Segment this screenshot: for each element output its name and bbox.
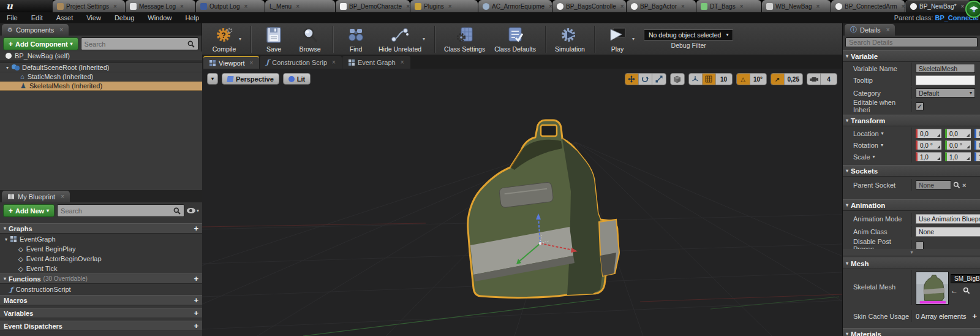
surface-snapping-button[interactable] (671, 74, 684, 85)
add-function-icon[interactable]: + (194, 274, 198, 283)
chevron-down-icon[interactable]: ▾ (873, 154, 875, 159)
close-icon[interactable]: × (59, 26, 63, 33)
socket-clear-icon[interactable]: × (962, 181, 966, 189)
chevron-down-icon[interactable]: ▾ (881, 142, 883, 148)
materials-section-header[interactable]: ▾ Materials (843, 328, 980, 336)
window-tab-bp-bagactor[interactable]: BP_BagActor× (627, 0, 696, 12)
tree-item-skeletalmesh-selected[interactable]: ♟ SkeletalMesh (Inherited) (0, 82, 202, 91)
viewport-canvas[interactable] (202, 69, 842, 336)
close-icon[interactable]: × (401, 59, 404, 66)
rotation-z-field[interactable]: 0,0 ° (974, 140, 980, 150)
construction-script-item[interactable]: ƒ ConstructionScript (0, 284, 202, 294)
close-icon[interactable]: × (740, 3, 744, 10)
hide-unrelated-button[interactable]: Hide Unrelated (379, 26, 421, 53)
window-tab-bp-bagscontroller[interactable]: BP_BagsControlle× (552, 0, 626, 12)
sockets-section-header[interactable]: ▾ Sockets (843, 165, 980, 177)
lit-mode-button[interactable]: Lit (283, 73, 311, 85)
tree-item-staticmesh[interactable]: ⌂ StaticMesh (Inherited) (0, 72, 202, 82)
rotation-snap-button[interactable]: △ (737, 74, 750, 85)
tooltip-field[interactable] (916, 75, 975, 85)
chevron-down-icon[interactable]: ▾ (239, 36, 241, 42)
menu-view[interactable]: View (80, 14, 108, 21)
tab-event-graph[interactable]: Event Graph × (342, 56, 410, 69)
window-tab-ac-armorequipment[interactable]: AC_ArmorEquipme× (478, 0, 552, 12)
collapse-icon[interactable]: ▾ (4, 276, 6, 281)
animation-mode-dropdown[interactable]: Use Animation Blueprint ▾ (916, 214, 980, 224)
debug-object-dropdown[interactable]: No debug object selected ▾ (644, 29, 734, 40)
window-tab-bp-newbag-active[interactable]: BP_NewBag*× (905, 0, 971, 12)
menu-edit[interactable]: Edit (24, 14, 50, 21)
collapse-icon[interactable]: ▾ (5, 237, 7, 242)
add-new-button[interactable]: + Add New ▾ (3, 204, 55, 217)
window-tab-l-menu[interactable]: L_Menu× (265, 0, 335, 12)
camera-speed-value[interactable]: 4 (821, 74, 837, 85)
collapse-icon[interactable]: ▾ (6, 65, 9, 71)
compile-button[interactable]: ? Compile (211, 26, 238, 53)
close-icon[interactable]: × (681, 3, 685, 10)
close-icon[interactable]: × (180, 3, 184, 10)
event-beginplay-item[interactable]: ◇ Event BeginPlay (0, 244, 202, 254)
simulation-button[interactable]: Simulation (555, 26, 585, 53)
disable-post-process-checkbox[interactable] (916, 242, 924, 250)
category-dropdown[interactable]: Default ▾ (916, 88, 975, 97)
event-actorbeginoverlap-item[interactable]: ◇ Event ActorBeginOverlap (0, 254, 202, 264)
tab-components[interactable]: ⚙ Components × (2, 24, 69, 36)
location-y-field[interactable]: 0,0 (945, 129, 971, 138)
browse-asset-icon[interactable] (963, 287, 970, 294)
window-tab-project-settings[interactable]: Project Settings× (53, 0, 125, 12)
details-search-input[interactable] (849, 39, 974, 46)
add-graph-icon[interactable]: + (194, 224, 198, 233)
transform-section-header[interactable]: ▾ Transform (843, 115, 980, 126)
functions-header[interactable]: ▾ Functions (30 Overridable) + (0, 273, 202, 284)
event-dispatchers-header[interactable]: Event Dispatchers + (0, 321, 202, 331)
grid-snap-value[interactable]: 10 (716, 74, 732, 85)
tab-construction-script[interactable]: ƒ Construction Scrip × (260, 56, 341, 69)
chevron-down-icon[interactable]: ▾ (881, 131, 884, 136)
close-icon[interactable]: × (448, 3, 452, 10)
window-tab-plugins[interactable]: Plugins× (410, 0, 478, 12)
event-tick-item[interactable]: ◇ Event Tick (0, 264, 202, 273)
close-icon[interactable]: × (902, 3, 905, 10)
viewport-3d[interactable]: ▾ Perspective Lit (202, 69, 842, 336)
tree-item-defaultsceneroot[interactable]: ▾ DefaultSceneRoot (Inherited) (0, 63, 202, 72)
visibility-filter-button[interactable]: ▾ (187, 208, 199, 213)
chevron-down-icon[interactable]: ▾ (423, 36, 425, 42)
rotation-y-field[interactable]: 0,0 ° (945, 140, 971, 150)
grid-snap-button[interactable] (703, 74, 716, 85)
close-icon[interactable]: × (332, 59, 336, 66)
variable-name-field[interactable]: SkeletalMesh (916, 64, 975, 73)
scale-tool-button[interactable] (652, 74, 666, 85)
tab-my-blueprint[interactable]: My Blueprint × (2, 191, 70, 202)
parent-socket-field[interactable]: None (916, 180, 951, 189)
components-search-input[interactable] (85, 40, 187, 48)
scale-z-field[interactable]: 1,0 (974, 152, 980, 161)
my-blueprint-search-input[interactable] (61, 207, 173, 215)
variable-section-header[interactable]: ▾ Variable (843, 50, 980, 62)
menu-window[interactable]: Window (141, 14, 178, 21)
use-selected-arrow-icon[interactable]: ← (951, 286, 958, 295)
add-macro-icon[interactable]: + (194, 296, 198, 305)
window-tab-message-log[interactable]: Message Log× (126, 0, 195, 12)
menu-asset[interactable]: Asset (50, 14, 80, 21)
class-settings-button[interactable]: Class Settings (444, 26, 485, 53)
close-icon[interactable]: × (961, 3, 965, 10)
tree-item-self[interactable]: BP_NewBag (self) (0, 52, 202, 61)
rotation-x-field[interactable]: 0,0 ° (916, 140, 941, 150)
location-z-field[interactable]: 0,0 (974, 129, 980, 138)
menu-file[interactable]: File (0, 14, 24, 21)
rotation-snap-value[interactable]: 10° (750, 74, 766, 85)
scale-y-field[interactable]: 1,0 (945, 152, 971, 161)
close-icon[interactable]: × (406, 3, 410, 10)
skeletal-mesh-thumbnail[interactable] (916, 272, 949, 305)
close-icon[interactable]: × (113, 3, 117, 10)
tab-viewport[interactable]: Viewport × (203, 56, 259, 69)
backpack-model[interactable] (468, 120, 619, 297)
anim-class-dropdown[interactable]: None (916, 227, 980, 237)
close-icon[interactable]: × (250, 59, 254, 66)
camera-speed-button[interactable] (807, 74, 821, 85)
close-icon[interactable]: × (296, 3, 300, 10)
scale-x-field[interactable]: 1,0 (916, 152, 941, 161)
close-icon[interactable]: × (244, 3, 247, 10)
window-tab-bp-democharacter[interactable]: BP_DemoCharacte× (336, 0, 410, 12)
graphs-header[interactable]: ▾ Graphs + (0, 223, 202, 234)
